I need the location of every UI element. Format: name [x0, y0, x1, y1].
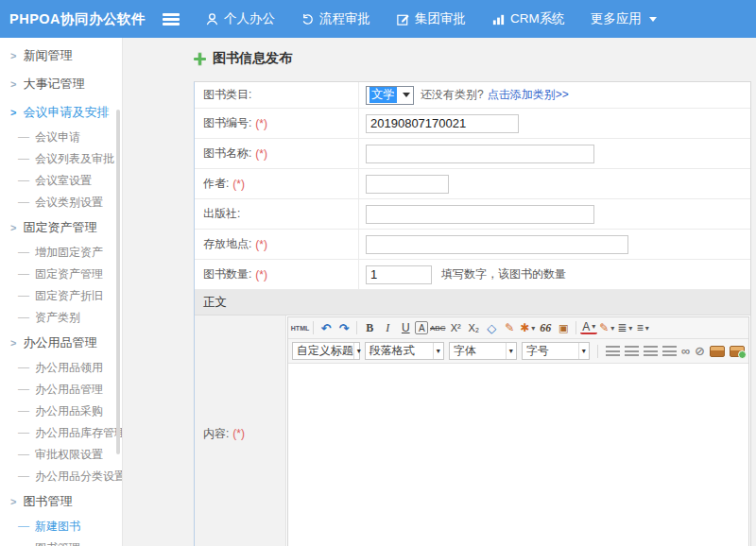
main-content: 图书信息发布 图书类目: 文学 还没有类别? 点击添加类别>>: [124, 38, 756, 546]
required-mark: (*): [255, 147, 267, 161]
sidebar-group-fixed-assets[interactable]: >固定资产管理: [0, 213, 122, 242]
chevron-right-icon: >: [10, 337, 16, 349]
nav-personal-office[interactable]: 个人办公: [205, 10, 275, 27]
category-select[interactable]: 文学: [366, 86, 414, 105]
sidebar-group-milestones[interactable]: >大事记管理: [0, 70, 122, 98]
image-icon[interactable]: [710, 346, 725, 357]
font-style-box-button[interactable]: A: [415, 321, 428, 334]
font-size-select[interactable]: 字号 ▾: [522, 342, 590, 360]
sidebar-item-add-asset[interactable]: —增加固定资产: [0, 242, 122, 264]
sidebar-group-books[interactable]: >图书管理: [0, 487, 122, 516]
font-color-button[interactable]: A: [580, 321, 597, 334]
sidebar-item-new-book[interactable]: —新建图书: [0, 516, 122, 537]
field-label: 图书名称:: [203, 145, 251, 162]
sidebar: >新闻管理 >大事记管理 >会议申请及安排 —会议申请 —会议列表及审批 —会议…: [0, 38, 123, 546]
hamburger-menu-icon[interactable]: [163, 13, 180, 26]
align-center-button[interactable]: [625, 346, 639, 357]
sidebar-item-asset-manage[interactable]: —固定资产管理: [0, 264, 122, 285]
superscript-button[interactable]: X²: [447, 320, 464, 336]
source-code-button[interactable]: HTML: [291, 320, 309, 336]
required-mark: (*): [255, 268, 267, 282]
author-input[interactable]: [366, 175, 449, 194]
align-left-button[interactable]: [606, 346, 620, 357]
add-plus-icon: [194, 53, 206, 65]
link-icon[interactable]: ∞: [681, 344, 690, 358]
ordered-list-button[interactable]: ≣: [616, 320, 633, 336]
sidebar-group-meetings[interactable]: >会议申请及安排: [0, 98, 122, 127]
redo-icon[interactable]: ↷: [335, 320, 352, 336]
select-caret-icon: ▾: [578, 343, 589, 359]
blockquote-button[interactable]: 66: [537, 320, 554, 336]
sidebar-item-asset-depreciation[interactable]: —固定资产折旧: [0, 285, 122, 307]
required-mark: (*): [255, 238, 267, 251]
align-right-button[interactable]: [644, 346, 658, 357]
book-name-input[interactable]: [366, 145, 594, 163]
sidebar-item-asset-category[interactable]: —资产类别: [0, 307, 122, 329]
sidebar-item-meeting-list[interactable]: —会议列表及审批: [0, 148, 122, 170]
field-label: 存放地点:: [203, 236, 251, 252]
paste-text-icon[interactable]: ▣: [555, 320, 572, 336]
sidebar-item-supplies-manage[interactable]: —办公用品管理: [0, 379, 122, 401]
process-arrow-icon: [301, 12, 315, 26]
align-justify-button[interactable]: [662, 346, 677, 357]
sidebar-item-approval-permission[interactable]: —审批权限设置: [0, 444, 122, 466]
book-code-input[interactable]: [366, 114, 519, 133]
sidebar-item-book-manage[interactable]: —图书管理: [0, 537, 122, 546]
sidebar-item-supplies-purchase[interactable]: —办公用品采购: [0, 401, 122, 422]
sidebar-group-office-supplies[interactable]: >办公用品管理: [0, 329, 122, 357]
field-label: 作者:: [203, 176, 229, 192]
quantity-input[interactable]: [366, 265, 432, 284]
chevron-right-icon: >: [10, 222, 16, 233]
undo-icon[interactable]: ↶: [318, 320, 335, 336]
page-title: 图书信息发布: [194, 50, 292, 67]
field-label: 内容:: [203, 426, 229, 442]
select-caret-icon: ▾: [433, 343, 443, 359]
form-row-content: 内容: (*) HTML ↶ ↷ B I U A AB: [195, 316, 750, 546]
subscript-button[interactable]: X₂: [465, 320, 482, 336]
unlink-icon[interactable]: ⊘: [695, 344, 705, 358]
italic-button[interactable]: I: [379, 320, 396, 336]
nav-process-approval[interactable]: 流程审批: [301, 10, 370, 27]
bold-button[interactable]: B: [361, 320, 378, 336]
underline-button[interactable]: U: [397, 320, 414, 336]
form-row-book-name: 图书名称: (*): [195, 139, 750, 169]
required-mark: (*): [232, 427, 245, 440]
location-input[interactable]: [366, 235, 628, 254]
edit-square-icon: [396, 12, 410, 26]
sidebar-item-supplies-stock[interactable]: —办公用品库存管理: [0, 422, 122, 444]
highlight-pen-icon[interactable]: ✎: [598, 320, 615, 336]
strikethrough-button[interactable]: ABC: [429, 320, 446, 336]
caret-down-icon: [649, 17, 657, 22]
sidebar-scrollbar[interactable]: [116, 110, 120, 454]
app-logo: PHPOA协同办公软件: [0, 10, 163, 28]
editor-content-area[interactable]: [288, 364, 748, 546]
insert-image-icon[interactable]: [730, 346, 745, 357]
paragraph-format-select[interactable]: 段落格式 ▾: [365, 342, 444, 360]
category-hint: 还没有类别?: [421, 87, 484, 103]
nav-crm-system[interactable]: CRM系统: [491, 10, 565, 27]
sidebar-item-supplies-category[interactable]: —办公用品分类设置: [0, 466, 122, 487]
color-palette-icon[interactable]: ✱: [519, 320, 536, 336]
sidebar-item-meeting-room[interactable]: —会议室设置: [0, 170, 122, 192]
field-label: 出版社:: [203, 206, 240, 222]
unordered-list-button[interactable]: ≡: [634, 320, 651, 336]
bar-chart-icon: [491, 12, 506, 26]
font-family-select[interactable]: 字体 ▾: [449, 342, 517, 360]
sidebar-item-meeting-category[interactable]: —会议类别设置: [0, 192, 122, 213]
chevron-right-icon: >: [10, 107, 16, 118]
eraser-icon[interactable]: ◇: [483, 320, 500, 336]
format-brush-icon[interactable]: ✎: [501, 320, 518, 336]
select-caret-icon: ▾: [506, 343, 516, 359]
sidebar-item-meeting-apply[interactable]: —会议申请: [0, 127, 122, 148]
publisher-input[interactable]: [366, 205, 594, 224]
form-row-location: 存放地点: (*): [195, 230, 750, 260]
sidebar-item-supplies-claim[interactable]: —办公用品领用: [0, 357, 122, 379]
custom-heading-select[interactable]: 自定义标题 ▾: [292, 342, 360, 360]
add-category-link[interactable]: 点击添加类别>>: [488, 87, 569, 103]
category-label: 图书类目:: [203, 87, 251, 103]
sidebar-group-news[interactable]: >新闻管理: [0, 42, 122, 70]
nav-group-approval[interactable]: 集团审批: [396, 10, 466, 27]
editor-toolbar-row1: HTML ↶ ↷ B I U A ABC X² X₂ ◇ ✎: [288, 317, 748, 339]
nav-more-apps[interactable]: 更多应用: [591, 10, 657, 27]
field-label: 图书数量:: [203, 266, 251, 282]
